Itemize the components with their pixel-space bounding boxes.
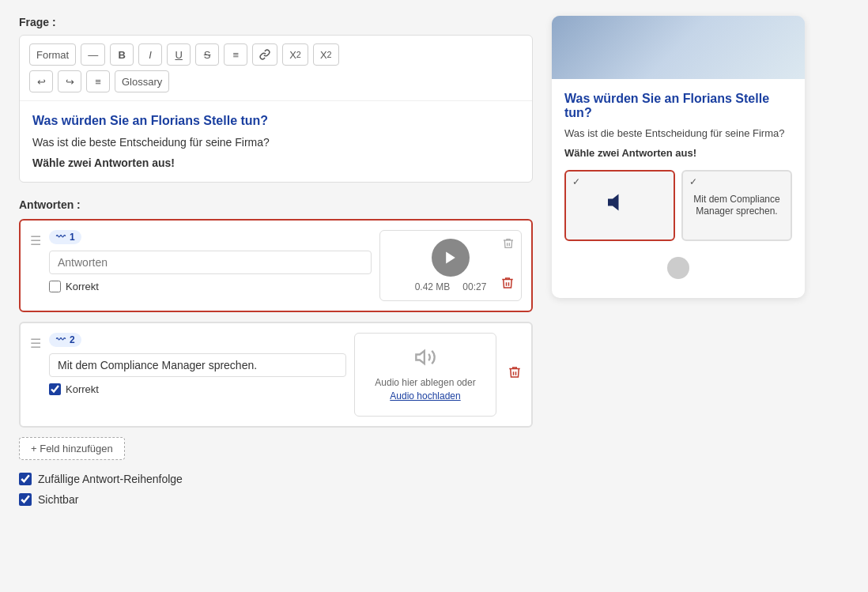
random-order-label: Zufällige Antwort-Reihenfolge bbox=[38, 473, 183, 485]
undo-button[interactable]: ↩ bbox=[29, 70, 53, 92]
answer-audio-upload-2: Audio hier ablegen oder Audio hochladen bbox=[354, 333, 496, 417]
strikethrough-button[interactable]: S bbox=[195, 43, 219, 66]
audio-delete-trash-1[interactable] bbox=[502, 237, 515, 253]
preview-answer-2[interactable]: ✓ Mit dem Compliance Manager sprechen. bbox=[681, 170, 792, 241]
answer-delete-button-2[interactable] bbox=[508, 365, 522, 383]
toolbar-row-2: ↩ ↪ ≡ Glossary bbox=[28, 69, 524, 94]
question-content: Was würden Sie an Florians Stelle tun? W… bbox=[20, 101, 532, 182]
visible-checkbox[interactable] bbox=[19, 493, 32, 506]
correct-row-1: Korrekt bbox=[49, 281, 372, 292]
add-field-button[interactable]: + Feld hinzufügen bbox=[19, 437, 125, 460]
toolbar-row-1: Format — B I U S ≡ X2 X2 bbox=[28, 42, 524, 67]
upload-link-2[interactable]: Audio hochladen bbox=[390, 390, 460, 402]
preview-check-2: ✓ bbox=[689, 176, 697, 187]
answer-badge-1: 1 bbox=[49, 230, 81, 244]
preview-answer-text-2: Mit dem Compliance Manager sprechen. bbox=[689, 194, 784, 218]
preview-scroll-indicator bbox=[564, 251, 792, 285]
audio-wave-icon-2 bbox=[55, 334, 66, 345]
list-button[interactable]: ≡ bbox=[224, 43, 247, 66]
divider-button[interactable]: — bbox=[81, 43, 105, 66]
svg-marker-1 bbox=[416, 351, 425, 364]
page-container: Frage : Format — B I U S ≡ bbox=[0, 0, 868, 592]
answer-item-1: ☰ 1 Korrekt bbox=[19, 219, 533, 312]
question-body: Was ist die beste Entscheidung für seine… bbox=[32, 136, 519, 149]
question-editor: Format — B I U S ≡ X2 X2 bbox=[19, 35, 533, 183]
link-button[interactable] bbox=[252, 43, 277, 66]
random-order-checkbox[interactable] bbox=[19, 473, 32, 485]
right-panel: Was würden Sie an Florians Stelle tun? W… bbox=[552, 16, 805, 576]
answer-input-2[interactable] bbox=[49, 353, 346, 377]
preview-card: Was würden Sie an Florians Stelle tun? W… bbox=[552, 16, 805, 298]
speaker-icon-2 bbox=[414, 346, 436, 373]
visible-row: Sichtbar bbox=[19, 493, 533, 506]
subscript-button[interactable]: X2 bbox=[313, 43, 339, 66]
correct-checkbox-2[interactable] bbox=[49, 383, 61, 395]
correct-row-2: Korrekt bbox=[49, 383, 346, 395]
preview-check-1: ✓ bbox=[572, 176, 580, 187]
answer-item-2: ☰ 2 Korrekt bbox=[19, 322, 533, 428]
svg-marker-0 bbox=[446, 252, 455, 264]
toolbar: Format — B I U S ≡ X2 X2 bbox=[20, 36, 532, 101]
svg-marker-2 bbox=[608, 194, 619, 211]
drag-handle-2[interactable]: ☰ bbox=[30, 336, 41, 351]
preview-image-bg bbox=[552, 16, 805, 79]
frage-label: Frage : bbox=[19, 16, 533, 28]
bold-button[interactable]: B bbox=[110, 43, 134, 66]
audio-delete-red-1[interactable] bbox=[500, 276, 515, 294]
answer-badge-2: 2 bbox=[49, 333, 81, 347]
preview-body: Was würden Sie an Florians Stelle tun? W… bbox=[552, 79, 805, 298]
upload-text-2: Audio hier ablegen oder Audio hochladen bbox=[375, 376, 475, 403]
play-button-1[interactable] bbox=[432, 239, 470, 277]
preview-speaker-icon bbox=[606, 188, 634, 223]
audio-info-1: 0.42 MB 00:27 bbox=[415, 281, 487, 292]
random-order-row: Zufällige Antwort-Reihenfolge bbox=[19, 473, 533, 485]
preview-image bbox=[552, 16, 805, 79]
scroll-dot bbox=[667, 257, 689, 279]
answer-left-1: 1 Korrekt bbox=[49, 230, 372, 292]
superscript-button[interactable]: X2 bbox=[282, 43, 308, 66]
format-button[interactable]: Format bbox=[29, 43, 76, 66]
redo-button[interactable]: ↪ bbox=[58, 70, 81, 92]
preview-instruction: Wähle zwei Antworten aus! bbox=[564, 147, 792, 159]
visible-label: Sichtbar bbox=[38, 493, 78, 506]
question-title: Was würden Sie an Florians Stelle tun? bbox=[32, 114, 519, 128]
italic-button[interactable]: I bbox=[138, 43, 162, 66]
audio-duration-1: 00:27 bbox=[462, 281, 486, 292]
audio-wave-icon-1 bbox=[55, 232, 66, 243]
answer-input-1[interactable] bbox=[49, 251, 372, 274]
underline-button[interactable]: U bbox=[167, 43, 191, 66]
answer-audio-1: 0.42 MB 00:27 bbox=[379, 230, 522, 301]
correct-checkbox-1[interactable] bbox=[49, 281, 61, 292]
preview-answer-1[interactable]: ✓ bbox=[564, 170, 675, 241]
drag-handle-1[interactable]: ☰ bbox=[30, 233, 41, 248]
left-panel: Frage : Format — B I U S ≡ bbox=[19, 16, 533, 576]
preview-answers: ✓ ✓ Mit dem Compliance Manager sprechen. bbox=[564, 170, 792, 241]
antworten-label: Antworten : bbox=[19, 198, 533, 211]
audio-size-1: 0.42 MB bbox=[415, 281, 451, 292]
align-button[interactable]: ≡ bbox=[86, 70, 110, 92]
preview-title: Was würden Sie an Florians Stelle tun? bbox=[564, 92, 792, 120]
answer-left-2: 2 Korrekt bbox=[49, 333, 346, 395]
preview-body-text: Was ist die beste Entscheidung für seine… bbox=[564, 126, 792, 141]
question-instruction: Wähle zwei Antworten aus! bbox=[32, 156, 519, 169]
correct-label-2: Korrekt bbox=[66, 383, 99, 395]
glossary-button[interactable]: Glossary bbox=[115, 70, 169, 92]
correct-label-1: Korrekt bbox=[66, 281, 99, 292]
